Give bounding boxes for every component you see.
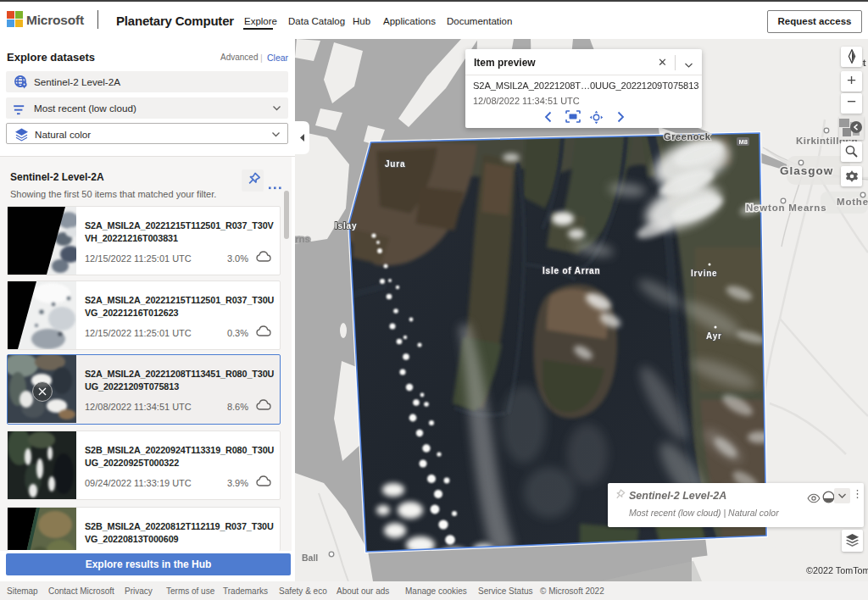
svg-text:Jura: Jura (385, 159, 405, 169)
svg-text:Ball: Ball (302, 553, 318, 563)
svg-text:rns: rns (295, 234, 310, 244)
svg-text:Greenock: Greenock (664, 131, 711, 142)
svg-text:M8: M8 (739, 138, 748, 146)
svg-text:Glasgow: Glasgow (780, 164, 833, 177)
svg-text:Ayr: Ayr (706, 331, 722, 341)
svg-text:Islay: Islay (335, 221, 357, 231)
svg-text:Irvine: Irvine (691, 269, 717, 278)
svg-text:Isle of Arran: Isle of Arran (542, 266, 600, 275)
svg-text:Mothe: Mothe (837, 197, 868, 207)
svg-text:Newton Mearns: Newton Mearns (746, 203, 826, 213)
